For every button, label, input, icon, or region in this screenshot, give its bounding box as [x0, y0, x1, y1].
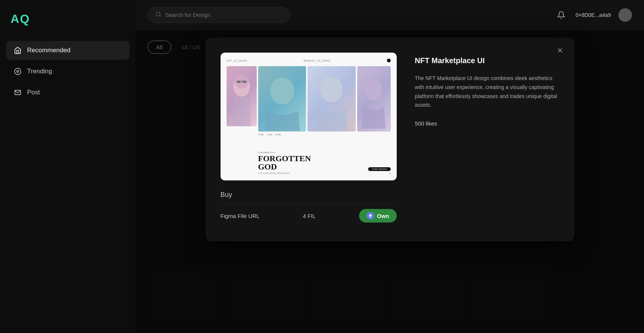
nft-start-btn: START SESSION — [368, 167, 391, 171]
buy-row-figma-label: Figma File URL — [221, 213, 260, 219]
nft-ui-mockup: NFT_IS_SEAM BANKSY_IS_DEAD — [221, 53, 397, 180]
home-icon — [14, 46, 22, 54]
search-icon — [155, 11, 161, 19]
sidebar: AQ Recommended Trending — [0, 0, 135, 333]
buy-label: Buy — [221, 191, 397, 199]
nft-label: NFT_IS_SEAM — [227, 59, 247, 62]
search-bar[interactable] — [148, 7, 291, 23]
trending-icon — [14, 67, 22, 76]
nft-card-3 — [308, 66, 356, 132]
nft-right-controls: START SESSION ● — [368, 167, 391, 174]
svg-line-4 — [160, 15, 161, 17]
nft-explore: EXPLORE MORE ARTWORKS — [258, 172, 367, 174]
svg-point-13 — [242, 78, 248, 82]
sidebar-item-post[interactable]: Post — [6, 83, 129, 102]
nft-card-2 — [258, 66, 306, 132]
main-area: 0×8D0E...a4a9 All UI / UX Video Music — [135, 0, 644, 333]
notification-button[interactable] — [554, 8, 568, 22]
ethereum-icon — [367, 212, 374, 219]
modal-right-panel: NFT Marketplace UI The NFT Marketplace U… — [415, 53, 559, 228]
svg-point-3 — [156, 12, 160, 16]
header: 0×8D0E...a4a9 — [135, 0, 644, 30]
sidebar-item-recommended[interactable]: Recommended — [6, 41, 129, 60]
nft-prices-row: 1 500 2 100 6 300 — [258, 133, 391, 136]
nft-top-bar: NFT_IS_SEAM BANKSY_IS_DEAD — [227, 59, 391, 62]
post-icon — [14, 88, 22, 97]
sidebar-nav: Recommended Trending Post — [6, 41, 129, 104]
header-right: 0×8D0E...a4a9 — [554, 8, 632, 22]
svg-point-16 — [365, 79, 382, 100]
logo: AQ — [6, 9, 129, 41]
nft-dot — [387, 59, 391, 62]
modal-close-button[interactable] — [554, 44, 566, 56]
nft-card-1 — [227, 66, 257, 126]
own-button[interactable]: Own — [359, 209, 397, 223]
content-area: All UI / UX Video Music — [135, 30, 644, 333]
nft-preview-image: NFT_IS_SEAM BANKSY_IS_DEAD — [221, 53, 397, 180]
modal-dialog: NFT_IS_SEAM BANKSY_IS_DEAD — [206, 38, 574, 241]
search-input[interactable] — [165, 12, 283, 18]
buy-row-figma-value: 4 FIL — [303, 213, 316, 219]
modal-buy-section: Buy Figma File URL 4 FIL — [221, 191, 397, 228]
modal-description: The NFT Marketplace UI design combines s… — [415, 74, 559, 110]
avatar[interactable] — [618, 8, 632, 22]
sidebar-item-trending[interactable]: Trending — [6, 62, 129, 81]
sidebar-label-trending: Trending — [27, 68, 52, 75]
modal-likes: 500 likes — [415, 120, 559, 127]
nft-artist-top: BANKSY_IS_DEAD — [304, 59, 330, 62]
sidebar-label-recommended: Recommended — [27, 47, 70, 54]
svg-point-1 — [17, 71, 19, 73]
svg-point-12 — [235, 78, 241, 82]
wallet-address[interactable]: 0×8D0E...a4a9 — [575, 12, 611, 18]
buy-row-figma: Figma File URL 4 FIL Own — [221, 203, 397, 228]
nft-card-4 — [357, 66, 391, 132]
modal-left-panel: NFT_IS_SEAM BANKSY_IS_DEAD — [221, 53, 397, 228]
logo-text: AQ — [11, 12, 30, 26]
svg-point-15 — [320, 77, 343, 102]
own-label: Own — [377, 213, 390, 219]
svg-point-0 — [15, 68, 21, 75]
sidebar-label-post: Post — [27, 89, 40, 96]
svg-marker-17 — [369, 214, 372, 216]
nft-main-title: FORGOTTENGOD — [258, 154, 367, 171]
modal-title: NFT Marketplace UI — [415, 56, 559, 65]
modal-overlay: NFT_IS_SEAM BANKSY_IS_DEAD — [135, 30, 644, 333]
svg-point-14 — [270, 77, 294, 104]
